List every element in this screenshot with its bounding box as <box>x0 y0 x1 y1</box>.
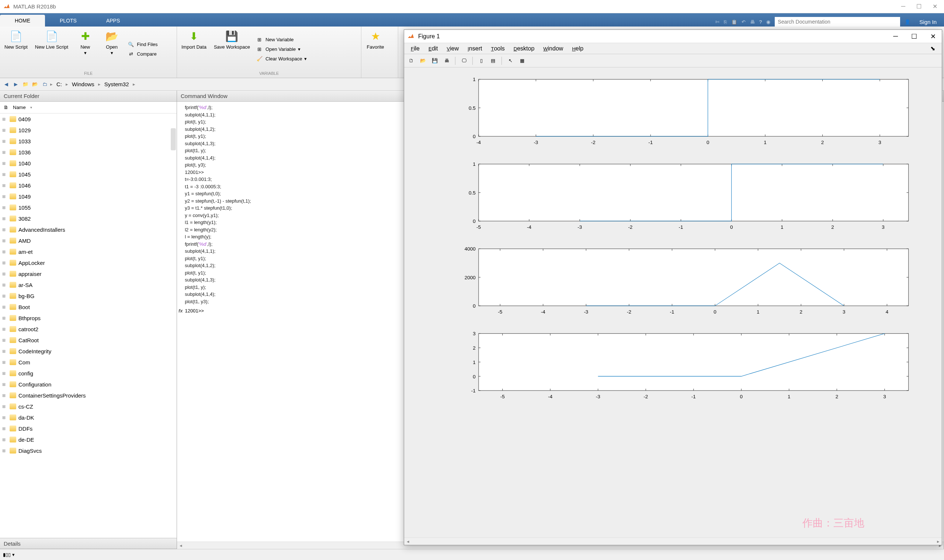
folder-item[interactable]: ⊞AppLocker <box>0 257 177 268</box>
new-button[interactable]: ✚New▾ <box>74 28 96 70</box>
expand-icon[interactable]: ⊞ <box>2 415 8 420</box>
new-variable-button[interactable]: ⊞New Variable <box>256 36 307 43</box>
crumb-drive[interactable]: C: <box>54 81 64 87</box>
tab-plots[interactable]: PLOTS <box>45 15 91 26</box>
folder-item[interactable]: ⊞1045 <box>0 169 177 180</box>
menu-window[interactable]: Window <box>540 44 567 54</box>
expand-icon[interactable]: ⊞ <box>2 316 8 320</box>
fig-minimize-icon[interactable]: ─ <box>893 32 898 40</box>
folder-item[interactable]: ⊞Bthprops <box>0 312 177 323</box>
scroll-left-icon[interactable]: ◂ <box>177 543 184 548</box>
folder-item[interactable]: ⊞0409 <box>0 114 177 125</box>
new-fig-icon[interactable]: 🗋 <box>406 56 416 66</box>
name-column-header[interactable]: Name <box>13 105 26 110</box>
new-live-script-button[interactable]: 📄New Live Script <box>34 28 70 70</box>
folder-item[interactable]: ⊞DiagSvcs <box>0 445 177 456</box>
expand-icon[interactable]: ⊞ <box>2 349 8 354</box>
expand-icon[interactable]: ⊞ <box>2 360 8 365</box>
folder-item[interactable]: ⊞da-DK <box>0 412 177 423</box>
crumb-windows[interactable]: Windows <box>70 81 97 87</box>
fig-scrollbar[interactable]: ◂ ▸ <box>404 537 942 545</box>
crumb-system32[interactable]: System32 <box>102 81 131 87</box>
legend-icon[interactable]: ▤ <box>488 56 498 66</box>
expand-icon[interactable]: ⊞ <box>2 227 8 232</box>
folder-item[interactable]: ⊞Boot <box>0 302 177 312</box>
folder-item[interactable]: ⊞ar-SA <box>0 279 177 290</box>
tab-home[interactable]: HOME <box>0 15 45 26</box>
folder-item[interactable]: ⊞3082 <box>0 213 177 224</box>
back-icon[interactable]: ◀ <box>2 80 10 88</box>
expand-icon[interactable]: ⊞ <box>2 216 8 221</box>
details-header[interactable]: Details <box>0 538 177 549</box>
close-icon[interactable]: ✕ <box>933 3 937 10</box>
folder-item[interactable]: ⊞de-DE <box>0 434 177 445</box>
pointer-icon[interactable]: ↖ <box>506 56 515 66</box>
folder-item[interactable]: ⊞config <box>0 368 177 379</box>
signin-link[interactable]: Sign In <box>915 19 941 25</box>
expand-icon[interactable]: ⊞ <box>2 150 8 155</box>
up-folder-icon[interactable]: 📁 <box>22 80 29 88</box>
new-script-button[interactable]: 📄New Script <box>3 28 29 70</box>
expand-icon[interactable]: ⊞ <box>2 172 8 177</box>
expand-icon[interactable]: ⊞ <box>2 260 8 265</box>
clear-workspace-button[interactable]: 🧹Clear Workspace ▾ <box>256 55 307 63</box>
expand-icon[interactable]: ⊞ <box>2 205 8 210</box>
user-icon[interactable]: 👤 <box>905 19 910 25</box>
expand-icon[interactable]: ⊞ <box>2 139 8 144</box>
expand-icon[interactable]: ⊞ <box>2 283 8 288</box>
expand-icon[interactable]: ⊞ <box>2 294 8 298</box>
scrollbar-thumb[interactable] <box>171 128 176 150</box>
folder-item[interactable]: ⊞1029 <box>0 125 177 135</box>
folder-item[interactable]: ⊞1049 <box>0 191 177 202</box>
menu-edit[interactable]: Edit <box>425 44 442 54</box>
fig-close-icon[interactable]: ✕ <box>930 32 936 40</box>
menu-tools[interactable]: Tools <box>487 44 508 54</box>
find-files-button[interactable]: 🔍Find Files <box>127 41 157 48</box>
expand-icon[interactable]: ⊞ <box>2 249 8 254</box>
paste-icon[interactable]: 📋 <box>731 19 737 25</box>
folder-item[interactable]: ⊞catroot2 <box>0 323 177 334</box>
print-fig-icon[interactable]: 🖶 <box>442 56 451 66</box>
expand-icon[interactable]: ⊞ <box>2 183 8 188</box>
expand-icon[interactable]: ⊞ <box>2 161 8 166</box>
search-input[interactable] <box>775 17 900 26</box>
menu-desktop[interactable]: Desktop <box>510 44 538 54</box>
menu-insert[interactable]: Insert <box>464 44 486 54</box>
folder-item[interactable]: ⊞1055 <box>0 202 177 213</box>
cut-icon[interactable]: ✄ <box>716 19 719 25</box>
inspector-icon[interactable]: ▦ <box>517 56 527 66</box>
folder-item[interactable]: ⊞appraiser <box>0 268 177 279</box>
save-workspace-button[interactable]: 💾Save Workspace <box>212 28 251 70</box>
expand-icon[interactable]: ⊞ <box>2 272 8 276</box>
expand-icon[interactable]: ⊞ <box>2 117 8 122</box>
browse-folder-icon[interactable]: 📂 <box>31 80 39 88</box>
folder-item[interactable]: ⊞1036 <box>0 147 177 158</box>
folder-item[interactable]: ⊞am-et <box>0 246 177 257</box>
save-fig-icon[interactable]: 💾 <box>430 56 440 66</box>
folder-item[interactable]: ⊞CatRoot <box>0 334 177 346</box>
scroll-right-icon[interactable]: ▸ <box>935 538 942 544</box>
folder-list[interactable]: ⊞0409⊞1029⊞1033⊞1036⊞1040⊞1045⊞1046⊞1049… <box>0 114 177 538</box>
menu-more-icon[interactable]: ⬊ <box>927 43 939 54</box>
compare-button[interactable]: ⇄Compare <box>127 51 157 58</box>
open-button[interactable]: 📂Open▾ <box>101 28 123 70</box>
expand-icon[interactable]: ⊞ <box>2 338 8 343</box>
menu-view[interactable]: View <box>443 44 463 54</box>
expand-icon[interactable]: ⊞ <box>2 393 8 398</box>
maximize-icon[interactable]: ☐ <box>916 3 921 10</box>
folder-item[interactable]: ⊞DDFs <box>0 423 177 434</box>
forward-icon[interactable]: ▶ <box>12 80 20 88</box>
favorites-button[interactable]: ★Favorite <box>364 28 386 76</box>
expand-icon[interactable]: ⊞ <box>2 382 8 387</box>
expand-icon[interactable]: ⊞ <box>2 371 8 376</box>
colorbar-icon[interactable]: ▯ <box>477 56 486 66</box>
expand-icon[interactable]: ⊞ <box>2 305 8 309</box>
scroll-left-icon[interactable]: ◂ <box>404 538 412 544</box>
folder-item[interactable]: ⊞bg-BG <box>0 290 177 302</box>
addon-icon[interactable]: ◉ <box>766 19 770 25</box>
undo-icon[interactable]: ↶ <box>742 19 746 25</box>
fig-maximize-icon[interactable]: ☐ <box>911 32 917 40</box>
menu-help[interactable]: Help <box>568 44 587 54</box>
print-icon[interactable]: 🖶 <box>750 19 755 25</box>
link-icon[interactable]: 🖵 <box>459 56 469 66</box>
